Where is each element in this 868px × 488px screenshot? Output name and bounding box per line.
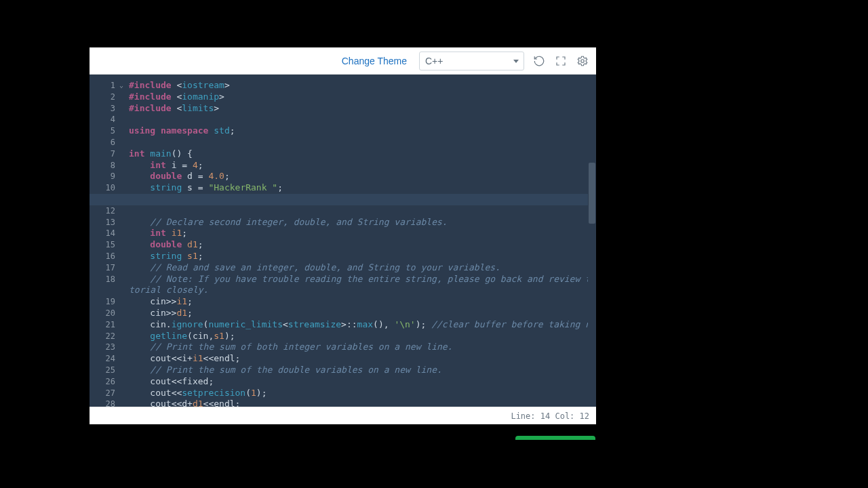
fullscreen-icon[interactable] [554, 54, 568, 68]
code-line[interactable]: #include <limits> [129, 103, 589, 115]
fold-caret [119, 319, 129, 331]
line-number: 14 [90, 228, 117, 239]
reset-icon[interactable] [532, 54, 546, 68]
code-line[interactable]: double d1; [129, 239, 589, 251]
fold-caret [119, 205, 129, 217]
fold-caret [119, 376, 129, 388]
code-line[interactable]: #include <iostream> [129, 80, 589, 92]
code-line[interactable] [90, 194, 596, 205]
fold-caret [119, 160, 129, 171]
line-number: 28 [90, 399, 117, 407]
line-number: 17 [90, 262, 117, 274]
settings-icon[interactable] [576, 54, 589, 68]
code-line[interactable]: cout<<setprecision(1); [129, 388, 589, 399]
fold-caret [119, 274, 129, 285]
line-number: 25 [90, 365, 117, 376]
line-number: 27 [90, 388, 117, 399]
code-line[interactable]: cout<<d+d1<<endl; [129, 399, 589, 407]
code-editor[interactable]: 1234567891011121314151617181920212223242… [90, 75, 596, 407]
fold-caret [119, 228, 129, 239]
fold-caret [119, 388, 129, 399]
editor-toolbar: Change Theme C++ [90, 47, 596, 75]
fold-gutter: ⌄ [119, 75, 129, 407]
code-line[interactable]: int main() { [129, 148, 589, 160]
code-line[interactable] [129, 114, 589, 125]
fold-caret [119, 331, 129, 342]
line-number: 22 [90, 331, 117, 342]
line-number: 1 [90, 80, 117, 92]
fold-caret [119, 171, 129, 182]
fold-caret [119, 182, 129, 194]
code-area[interactable]: #include <iostream>#include <iomanip>#in… [129, 75, 589, 407]
cursor-position: Line: 14 Col: 12 [511, 411, 589, 421]
code-line[interactable]: string s = "HackerRank "; [129, 182, 589, 194]
code-line[interactable]: cout<<i+i1<<endl; [129, 353, 589, 365]
fold-caret [119, 399, 129, 407]
fold-caret [119, 342, 129, 353]
code-line[interactable]: // Declare second integer, double, and S… [129, 217, 589, 228]
line-number: 2 [90, 92, 117, 103]
code-line[interactable]: // Note: If you have trouble reading the… [129, 274, 589, 285]
code-line[interactable]: cin.ignore(numeric_limits<streamsize>::m… [129, 319, 589, 331]
code-line[interactable]: torial closely. [129, 285, 589, 296]
fold-caret [119, 308, 129, 319]
code-line[interactable]: int i = 4; [129, 160, 589, 171]
fold-caret [119, 296, 129, 308]
fold-caret [119, 262, 129, 274]
line-number: 15 [90, 239, 117, 251]
line-number: 24 [90, 353, 117, 365]
line-number: 7 [90, 148, 117, 160]
line-number: 6 [90, 137, 117, 148]
language-select[interactable]: C++ [419, 52, 524, 70]
line-number: 21 [90, 319, 117, 331]
line-number: 3 [90, 103, 117, 115]
line-number: 26 [90, 376, 117, 388]
status-bar: Line: 14 Col: 12 [90, 407, 596, 424]
code-line[interactable]: // Read and save an integer, double, and… [129, 262, 589, 274]
fold-caret [119, 239, 129, 251]
line-number: 4 [90, 114, 117, 125]
fold-caret [119, 251, 129, 262]
line-number: 18 [90, 274, 117, 285]
line-number: 23 [90, 342, 117, 353]
language-select-wrap: C++ [419, 52, 524, 70]
fold-caret [119, 148, 129, 160]
code-line[interactable]: double d = 4.0; [129, 171, 589, 182]
line-number: 10 [90, 182, 117, 194]
scrollbar-thumb[interactable] [589, 163, 595, 224]
change-theme-link[interactable]: Change Theme [342, 56, 407, 66]
code-line[interactable] [129, 205, 589, 217]
line-number: 12 [90, 205, 117, 217]
code-line[interactable]: cin>>d1; [129, 308, 589, 319]
fold-caret [119, 103, 129, 115]
fold-caret [119, 92, 129, 103]
line-number: 5 [90, 125, 117, 137]
line-number: 19 [90, 296, 117, 308]
line-number-gutter: 1234567891011121314151617181920212223242… [90, 75, 119, 407]
fold-caret [119, 365, 129, 376]
submit-button[interactable] [515, 436, 595, 440]
code-line[interactable]: // Print the sum of the double variables… [129, 365, 589, 376]
code-line[interactable]: string s1; [129, 251, 589, 262]
fold-caret [119, 137, 129, 148]
fold-caret [119, 217, 129, 228]
code-line[interactable]: cin>>i1; [129, 296, 589, 308]
code-line[interactable]: using namespace std; [129, 125, 589, 137]
code-line[interactable] [129, 137, 589, 148]
code-line[interactable]: getline(cin,s1); [129, 331, 589, 342]
editor-panel: Change Theme C++ 12345678910111213141516… [90, 47, 596, 424]
svg-point-0 [581, 59, 585, 62]
fold-caret [119, 353, 129, 365]
code-line[interactable]: // Print the sum of both integer variabl… [129, 342, 589, 353]
code-line[interactable]: #include <iomanip> [129, 92, 589, 103]
fold-caret [119, 125, 129, 137]
code-line[interactable]: cout<<fixed; [129, 376, 589, 388]
scrollbar-track[interactable] [588, 75, 596, 407]
line-number: 13 [90, 217, 117, 228]
code-line[interactable]: int i1; [129, 228, 589, 239]
fold-caret[interactable]: ⌄ [119, 80, 129, 92]
fold-caret [119, 114, 129, 125]
line-number: 16 [90, 251, 117, 262]
line-number: 20 [90, 308, 117, 319]
line-number: 9 [90, 171, 117, 182]
